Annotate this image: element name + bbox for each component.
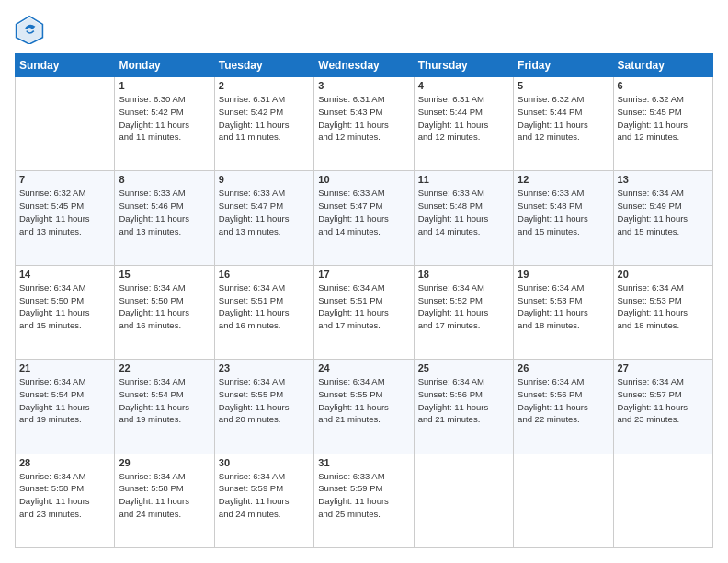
calendar-cell: 22Sunrise: 6:34 AM Sunset: 5:54 PM Dayli…: [115, 360, 214, 454]
calendar-cell: 18Sunrise: 6:34 AM Sunset: 5:52 PM Dayli…: [414, 265, 513, 359]
calendar-header-thursday: Thursday: [414, 54, 513, 77]
cell-info: Sunrise: 6:34 AM Sunset: 5:50 PM Dayligh…: [19, 282, 110, 332]
cell-info: Sunrise: 6:31 AM Sunset: 5:43 PM Dayligh…: [318, 93, 409, 144]
calendar-cell: [414, 454, 513, 547]
cell-info: Sunrise: 6:34 AM Sunset: 5:51 PM Dayligh…: [219, 282, 310, 332]
page: SundayMondayTuesdayWednesdayThursdayFrid…: [0, 0, 728, 563]
calendar-cell: 7Sunrise: 6:32 AM Sunset: 5:45 PM Daylig…: [16, 171, 115, 265]
calendar-cell: 23Sunrise: 6:34 AM Sunset: 5:55 PM Dayli…: [214, 360, 313, 454]
calendar-header-wednesday: Wednesday: [314, 54, 414, 77]
day-number: 27: [618, 362, 709, 373]
day-number: 18: [418, 269, 509, 280]
calendar-cell: 16Sunrise: 6:34 AM Sunset: 5:51 PM Dayli…: [214, 265, 313, 359]
calendar-cell: 4Sunrise: 6:31 AM Sunset: 5:44 PM Daylig…: [414, 77, 513, 171]
day-number: 15: [119, 269, 210, 280]
cell-info: Sunrise: 6:34 AM Sunset: 5:58 PM Dayligh…: [119, 470, 210, 521]
calendar-week-2: 7Sunrise: 6:32 AM Sunset: 5:45 PM Daylig…: [16, 171, 713, 265]
day-number: 23: [219, 362, 310, 373]
calendar-week-1: 1Sunrise: 6:30 AM Sunset: 5:42 PM Daylig…: [16, 77, 713, 171]
calendar-header-saturday: Saturday: [613, 54, 712, 77]
calendar-week-3: 14Sunrise: 6:34 AM Sunset: 5:50 PM Dayli…: [16, 265, 713, 359]
cell-info: Sunrise: 6:34 AM Sunset: 5:54 PM Dayligh…: [19, 375, 110, 426]
cell-info: Sunrise: 6:34 AM Sunset: 5:57 PM Dayligh…: [618, 375, 709, 426]
logo: [15, 15, 48, 44]
calendar-cell: 9Sunrise: 6:33 AM Sunset: 5:47 PM Daylig…: [214, 171, 313, 265]
calendar-cell: 30Sunrise: 6:34 AM Sunset: 5:59 PM Dayli…: [214, 454, 313, 547]
calendar-cell: 15Sunrise: 6:34 AM Sunset: 5:50 PM Dayli…: [115, 265, 214, 359]
cell-info: Sunrise: 6:34 AM Sunset: 5:53 PM Dayligh…: [518, 282, 609, 332]
calendar-table: SundayMondayTuesdayWednesdayThursdayFrid…: [15, 53, 713, 548]
calendar-cell: [16, 77, 115, 171]
day-number: 3: [318, 80, 409, 91]
calendar-cell: 24Sunrise: 6:34 AM Sunset: 5:55 PM Dayli…: [314, 360, 414, 454]
calendar-cell: 3Sunrise: 6:31 AM Sunset: 5:43 PM Daylig…: [314, 77, 414, 171]
day-number: 22: [119, 362, 210, 373]
calendar-header-monday: Monday: [115, 54, 214, 77]
cell-info: Sunrise: 6:33 AM Sunset: 5:48 PM Dayligh…: [518, 187, 609, 237]
day-number: 7: [19, 174, 110, 185]
day-number: 16: [219, 269, 310, 280]
day-number: 24: [318, 362, 409, 373]
calendar-cell: 12Sunrise: 6:33 AM Sunset: 5:48 PM Dayli…: [514, 171, 613, 265]
calendar-cell: 8Sunrise: 6:33 AM Sunset: 5:46 PM Daylig…: [115, 171, 214, 265]
day-number: 30: [219, 457, 310, 468]
day-number: 11: [418, 174, 509, 185]
calendar-cell: 1Sunrise: 6:30 AM Sunset: 5:42 PM Daylig…: [115, 77, 214, 171]
cell-info: Sunrise: 6:34 AM Sunset: 5:55 PM Dayligh…: [318, 375, 409, 426]
cell-info: Sunrise: 6:30 AM Sunset: 5:42 PM Dayligh…: [119, 93, 210, 144]
calendar-header-friday: Friday: [514, 54, 613, 77]
cell-info: Sunrise: 6:34 AM Sunset: 5:54 PM Dayligh…: [119, 375, 210, 426]
day-number: 25: [418, 362, 509, 373]
cell-info: Sunrise: 6:31 AM Sunset: 5:42 PM Dayligh…: [219, 93, 310, 144]
calendar-cell: 17Sunrise: 6:34 AM Sunset: 5:51 PM Dayli…: [314, 265, 414, 359]
day-number: 21: [19, 362, 110, 373]
calendar-cell: 5Sunrise: 6:32 AM Sunset: 5:44 PM Daylig…: [514, 77, 613, 171]
day-number: 5: [518, 80, 609, 91]
cell-info: Sunrise: 6:34 AM Sunset: 5:50 PM Dayligh…: [119, 282, 210, 332]
day-number: 29: [119, 457, 210, 468]
day-number: 1: [119, 80, 210, 91]
day-number: 12: [518, 174, 609, 185]
cell-info: Sunrise: 6:34 AM Sunset: 5:49 PM Dayligh…: [618, 187, 709, 237]
calendar-cell: 11Sunrise: 6:33 AM Sunset: 5:48 PM Dayli…: [414, 171, 513, 265]
day-number: 28: [19, 457, 110, 468]
header: [15, 15, 713, 44]
calendar-cell: 25Sunrise: 6:34 AM Sunset: 5:56 PM Dayli…: [414, 360, 513, 454]
calendar-cell: 2Sunrise: 6:31 AM Sunset: 5:42 PM Daylig…: [214, 77, 313, 171]
cell-info: Sunrise: 6:34 AM Sunset: 5:59 PM Dayligh…: [219, 470, 310, 521]
cell-info: Sunrise: 6:33 AM Sunset: 5:47 PM Dayligh…: [219, 187, 310, 237]
cell-info: Sunrise: 6:32 AM Sunset: 5:44 PM Dayligh…: [518, 93, 609, 144]
calendar-header-row: SundayMondayTuesdayWednesdayThursdayFrid…: [16, 54, 713, 77]
day-number: 2: [219, 80, 310, 91]
day-number: 4: [418, 80, 509, 91]
calendar-cell: 20Sunrise: 6:34 AM Sunset: 5:53 PM Dayli…: [613, 265, 712, 359]
calendar-cell: 21Sunrise: 6:34 AM Sunset: 5:54 PM Dayli…: [16, 360, 115, 454]
logo-icon: [15, 15, 44, 44]
cell-info: Sunrise: 6:31 AM Sunset: 5:44 PM Dayligh…: [418, 93, 509, 144]
calendar-cell: 31Sunrise: 6:33 AM Sunset: 5:59 PM Dayli…: [314, 454, 414, 547]
calendar-header-tuesday: Tuesday: [214, 54, 313, 77]
day-number: 13: [618, 174, 709, 185]
day-number: 8: [119, 174, 210, 185]
calendar-cell: 29Sunrise: 6:34 AM Sunset: 5:58 PM Dayli…: [115, 454, 214, 547]
calendar-cell: 26Sunrise: 6:34 AM Sunset: 5:56 PM Dayli…: [514, 360, 613, 454]
day-number: 10: [318, 174, 409, 185]
cell-info: Sunrise: 6:33 AM Sunset: 5:59 PM Dayligh…: [318, 470, 409, 521]
cell-info: Sunrise: 6:33 AM Sunset: 5:48 PM Dayligh…: [418, 187, 509, 237]
day-number: 17: [318, 269, 409, 280]
calendar-week-5: 28Sunrise: 6:34 AM Sunset: 5:58 PM Dayli…: [16, 454, 713, 547]
cell-info: Sunrise: 6:34 AM Sunset: 5:52 PM Dayligh…: [418, 282, 509, 332]
calendar-header-sunday: Sunday: [16, 54, 115, 77]
calendar-cell: [514, 454, 613, 547]
day-number: 31: [318, 457, 409, 468]
day-number: 26: [518, 362, 609, 373]
day-number: 6: [618, 80, 709, 91]
calendar-cell: 6Sunrise: 6:32 AM Sunset: 5:45 PM Daylig…: [613, 77, 712, 171]
cell-info: Sunrise: 6:32 AM Sunset: 5:45 PM Dayligh…: [618, 93, 709, 144]
calendar-cell: 13Sunrise: 6:34 AM Sunset: 5:49 PM Dayli…: [613, 171, 712, 265]
cell-info: Sunrise: 6:33 AM Sunset: 5:47 PM Dayligh…: [318, 187, 409, 237]
calendar-cell: 10Sunrise: 6:33 AM Sunset: 5:47 PM Dayli…: [314, 171, 414, 265]
cell-info: Sunrise: 6:32 AM Sunset: 5:45 PM Dayligh…: [19, 187, 110, 237]
calendar-cell: [613, 454, 712, 547]
cell-info: Sunrise: 6:33 AM Sunset: 5:46 PM Dayligh…: [119, 187, 210, 237]
